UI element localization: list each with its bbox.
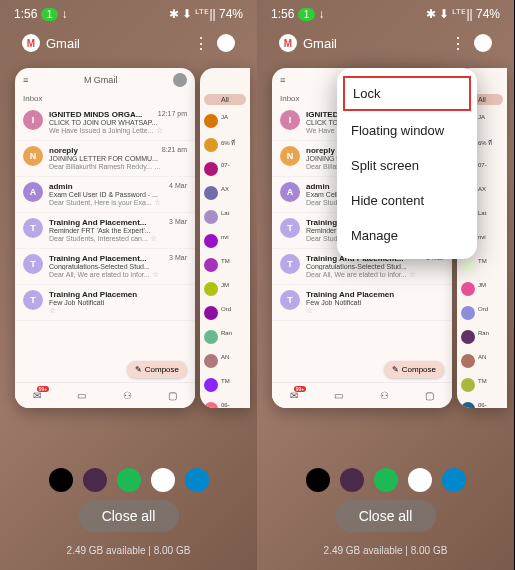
gmail-card[interactable]: ≡ M Gmail Inbox IIGNITED MINDS ORGA...12… xyxy=(15,68,195,408)
time: 3 Mar xyxy=(169,218,187,227)
star-icon[interactable]: ☆ xyxy=(156,126,163,135)
compose-button[interactable]: ✎ Compose xyxy=(384,361,444,378)
close-all-button[interactable]: Close all xyxy=(78,500,180,532)
spaces-icon[interactable]: ⚇ xyxy=(123,390,132,401)
peek-item: TM xyxy=(200,373,250,397)
email-row[interactable]: IIGNITED MINDS ORGA...12:17 pmCLICK TO J… xyxy=(15,105,195,141)
star-icon[interactable]: ☆ xyxy=(49,306,56,315)
meet-icon[interactable]: ▢ xyxy=(425,390,434,401)
sender-avatar: T xyxy=(280,218,300,238)
star-icon[interactable]: ☆ xyxy=(150,234,157,243)
gmail-bottom-nav[interactable]: ✉ ▭ ⚇ ▢ xyxy=(272,382,452,408)
subject: Congratulations-Selected Stud... xyxy=(49,263,187,270)
dock-app-icon[interactable] xyxy=(306,468,330,492)
sender-avatar: A xyxy=(23,182,43,202)
menu-split-screen[interactable]: Split screen xyxy=(337,148,477,183)
context-menu: Lock Floating window Split screen Hide c… xyxy=(337,68,477,259)
time: 4 Mar xyxy=(169,182,187,191)
preview: Dear Students, Interested can... ☆ xyxy=(49,234,187,243)
dock-app-icon[interactable] xyxy=(83,468,107,492)
spaces-icon[interactable]: ⚇ xyxy=(380,390,389,401)
sender-avatar: I xyxy=(23,110,43,130)
peek-item: JM xyxy=(457,277,507,301)
clock: 1:56 xyxy=(271,7,294,21)
mail-icon[interactable]: ✉ xyxy=(290,390,298,401)
star-icon[interactable]: ☆ xyxy=(306,306,313,315)
sender-avatar: T xyxy=(280,290,300,310)
app-name: Gmail xyxy=(46,36,80,51)
star-icon[interactable]: ☆ xyxy=(154,198,161,207)
peek-item: Ord xyxy=(200,301,250,325)
preview: Dear All, We are elated to infor... ☆ xyxy=(49,270,187,279)
email-row[interactable]: TTraining And PlacemenFew Job Notificati… xyxy=(15,285,195,321)
next-app-icon: M xyxy=(217,34,235,52)
sender-avatar: A xyxy=(280,182,300,202)
sender: admin xyxy=(49,182,73,191)
dock-app-icon[interactable] xyxy=(408,468,432,492)
mail-icon[interactable]: ✉ xyxy=(33,390,41,401)
star-icon[interactable]: ☆ xyxy=(185,162,187,171)
subject: Exam Cell User ID & Password - ... xyxy=(49,191,187,198)
subject: Few Job Notificati xyxy=(49,299,187,306)
menu-hide-content[interactable]: Hide content xyxy=(337,183,477,218)
preview: Dear Student, Here is your Exa... ☆ xyxy=(49,198,187,207)
avatar[interactable] xyxy=(173,73,187,87)
sender: Training And Placemen xyxy=(49,290,137,299)
all-chip[interactable]: All xyxy=(204,94,246,105)
email-row[interactable]: Aadmin4 MarExam Cell User ID & Password … xyxy=(15,177,195,213)
peek-item: JM xyxy=(200,277,250,301)
preview: ☆ xyxy=(49,306,187,315)
dock-app-icon[interactable] xyxy=(185,468,209,492)
peek-item: AN xyxy=(200,349,250,373)
subject: JOINING LETTER FOR COMMU... xyxy=(49,155,187,162)
dock-app-icon[interactable] xyxy=(374,468,398,492)
peek-item: 06- xyxy=(200,397,250,408)
phone-left: 1:56 1 ↓ ✱ ⬇ ᴸᵀᴱ|| 74% M Gmail ⋮ M ≡ M G… xyxy=(0,0,257,570)
memory-text: 2.49 GB available | 8.00 GB xyxy=(0,545,257,556)
peek-item: Ran xyxy=(457,325,507,349)
chat-icon[interactable]: ▭ xyxy=(334,390,343,401)
peek-item: TM xyxy=(457,373,507,397)
sender: Training And Placement... xyxy=(49,218,147,227)
menu-floating-window[interactable]: Floating window xyxy=(337,113,477,148)
gmail-bottom-nav[interactable]: ✉ ▭ ⚇ ▢ xyxy=(15,382,195,408)
sender: noreply xyxy=(49,146,78,155)
sender-avatar: N xyxy=(23,146,43,166)
close-all-button[interactable]: Close all xyxy=(335,500,437,532)
sender-avatar: N xyxy=(280,146,300,166)
preview: Dear Billakurthi Ramesh Reddy... SIT0870… xyxy=(49,162,187,171)
phone-right: 1:56 1 ↓ ✱ ⬇ ᴸᵀᴱ|| 74% M Gmail ⋮ M ≡ M G… xyxy=(257,0,514,570)
sender: Training And Placemen xyxy=(306,290,394,299)
clock: 1:56 xyxy=(14,7,37,21)
email-row[interactable]: Nnoreply8:21 amJOINING LETTER FOR COMMU.… xyxy=(15,141,195,177)
dock-app-icon[interactable] xyxy=(340,468,364,492)
dock-app-icon[interactable] xyxy=(442,468,466,492)
sender-avatar: T xyxy=(23,218,43,238)
email-row[interactable]: TTraining And PlacemenFew Job Notificati… xyxy=(272,285,452,321)
dock-app-icon[interactable] xyxy=(49,468,73,492)
menu-manage[interactable]: Manage xyxy=(337,218,477,253)
overflow-menu-icon[interactable]: ⋮ xyxy=(193,34,209,53)
overflow-menu-icon[interactable]: ⋮ xyxy=(450,34,466,53)
dock-app-icon[interactable] xyxy=(117,468,141,492)
email-row[interactable]: TTraining And Placement...3 MarReminder … xyxy=(15,213,195,249)
sender-avatar: I xyxy=(280,110,300,130)
app-header: M Gmail ⋮ M xyxy=(257,28,514,58)
chat-icon[interactable]: ▭ xyxy=(77,390,86,401)
gmail-brand: M Gmail xyxy=(28,75,173,85)
subject: Reminder FRT 'Ask the Expert'... xyxy=(49,227,187,234)
peek-item: nvi xyxy=(200,229,250,253)
email-row[interactable]: TTraining And Placement...3 MarCongratul… xyxy=(15,249,195,285)
meet-icon[interactable]: ▢ xyxy=(168,390,177,401)
peek-item: TM xyxy=(200,253,250,277)
dock-app-icon[interactable] xyxy=(151,468,175,492)
compose-button[interactable]: ✎ Compose xyxy=(127,361,187,378)
subject: Congratulations-Selected Stud... xyxy=(306,263,444,270)
peek-item: Lat xyxy=(200,205,250,229)
menu-lock[interactable]: Lock xyxy=(343,76,471,111)
next-app-card[interactable]: All JA6% ที่07-AXLatnviTMJMOrdRanANTM06-… xyxy=(200,68,250,408)
time: 3 Mar xyxy=(169,254,187,263)
star-icon[interactable]: ☆ xyxy=(152,270,159,279)
dock xyxy=(0,468,257,492)
star-icon[interactable]: ☆ xyxy=(409,270,416,279)
